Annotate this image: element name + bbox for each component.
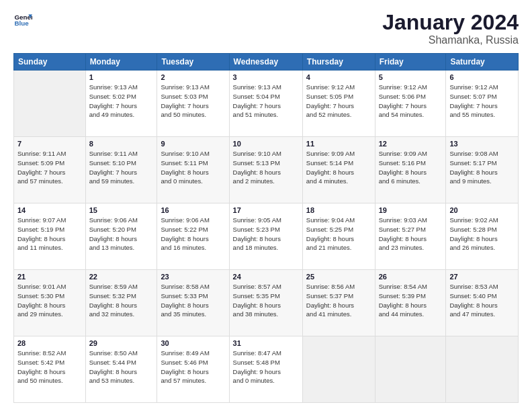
table-row: 16Sunrise: 9:06 AM Sunset: 5:22 PM Dayli… <box>157 203 229 270</box>
table-row: 13Sunrise: 9:08 AM Sunset: 5:17 PM Dayli… <box>446 137 519 203</box>
day-number: 6 <box>449 73 515 81</box>
day-info: Sunrise: 9:12 AM Sunset: 5:06 PM Dayligh… <box>379 83 443 120</box>
header-saturday: Saturday <box>446 54 519 71</box>
day-info: Sunrise: 8:59 AM Sunset: 5:32 PM Dayligh… <box>89 282 154 319</box>
table-row: 7Sunrise: 9:11 AM Sunset: 5:09 PM Daylig… <box>14 137 86 203</box>
calendar-week-row: 1Sunrise: 9:13 AM Sunset: 5:02 PM Daylig… <box>14 71 519 137</box>
page-header: General Blue January 2024 Shamanka, Russ… <box>13 11 519 46</box>
day-number: 16 <box>161 206 225 214</box>
day-info: Sunrise: 9:10 AM Sunset: 5:11 PM Dayligh… <box>161 149 225 186</box>
table-row: 1Sunrise: 9:13 AM Sunset: 5:02 PM Daylig… <box>85 71 157 137</box>
table-row: 26Sunrise: 8:54 AM Sunset: 5:39 PM Dayli… <box>375 270 446 336</box>
table-row: 30Sunrise: 8:49 AM Sunset: 5:46 PM Dayli… <box>157 336 229 403</box>
day-info: Sunrise: 9:03 AM Sunset: 5:27 PM Dayligh… <box>379 216 443 253</box>
calendar-week-row: 14Sunrise: 9:07 AM Sunset: 5:19 PM Dayli… <box>14 203 519 270</box>
table-row <box>375 336 446 403</box>
day-number: 25 <box>306 273 371 281</box>
table-row: 20Sunrise: 9:02 AM Sunset: 5:28 PM Dayli… <box>446 203 519 270</box>
table-row: 14Sunrise: 9:07 AM Sunset: 5:19 PM Dayli… <box>14 203 86 270</box>
day-number: 12 <box>379 140 443 148</box>
table-row: 11Sunrise: 9:09 AM Sunset: 5:14 PM Dayli… <box>302 137 375 203</box>
subtitle: Shamanka, Russia <box>382 34 519 46</box>
day-number: 21 <box>17 273 82 281</box>
day-number: 29 <box>89 339 154 347</box>
day-number: 3 <box>233 73 299 81</box>
day-number: 2 <box>161 73 225 81</box>
table-row: 10Sunrise: 9:10 AM Sunset: 5:13 PM Dayli… <box>229 137 302 203</box>
day-info: Sunrise: 9:13 AM Sunset: 5:03 PM Dayligh… <box>161 83 225 120</box>
day-number: 11 <box>306 140 371 148</box>
day-number: 23 <box>161 273 225 281</box>
table-row: 3Sunrise: 9:13 AM Sunset: 5:04 PM Daylig… <box>229 71 302 137</box>
table-row <box>446 336 519 403</box>
table-row: 25Sunrise: 8:56 AM Sunset: 5:37 PM Dayli… <box>302 270 375 336</box>
main-title: January 2024 <box>382 11 519 34</box>
table-row: 22Sunrise: 8:59 AM Sunset: 5:32 PM Dayli… <box>85 270 157 336</box>
table-row: 4Sunrise: 9:12 AM Sunset: 5:05 PM Daylig… <box>302 71 375 137</box>
day-number: 27 <box>449 273 515 281</box>
logo: General Blue <box>13 11 32 30</box>
day-info: Sunrise: 8:49 AM Sunset: 5:46 PM Dayligh… <box>161 349 225 385</box>
day-number: 14 <box>17 206 82 214</box>
day-info: Sunrise: 8:58 AM Sunset: 5:33 PM Dayligh… <box>161 282 225 319</box>
svg-text:Blue: Blue <box>14 19 29 27</box>
header-tuesday: Tuesday <box>157 54 229 71</box>
calendar-week-row: 7Sunrise: 9:11 AM Sunset: 5:09 PM Daylig… <box>14 137 519 203</box>
table-row: 31Sunrise: 8:47 AM Sunset: 5:48 PM Dayli… <box>229 336 302 403</box>
day-info: Sunrise: 8:47 AM Sunset: 5:48 PM Dayligh… <box>233 349 299 385</box>
day-number: 30 <box>161 339 225 347</box>
day-number: 22 <box>89 273 154 281</box>
table-row: 18Sunrise: 9:04 AM Sunset: 5:25 PM Dayli… <box>302 203 375 270</box>
table-row: 12Sunrise: 9:09 AM Sunset: 5:16 PM Dayli… <box>375 137 446 203</box>
day-info: Sunrise: 8:53 AM Sunset: 5:40 PM Dayligh… <box>449 282 515 319</box>
day-number: 9 <box>161 140 225 148</box>
day-info: Sunrise: 9:12 AM Sunset: 5:05 PM Dayligh… <box>306 83 371 120</box>
header-monday: Monday <box>85 54 157 71</box>
day-info: Sunrise: 9:09 AM Sunset: 5:16 PM Dayligh… <box>379 149 443 186</box>
day-info: Sunrise: 9:08 AM Sunset: 5:17 PM Dayligh… <box>449 149 515 186</box>
day-info: Sunrise: 9:13 AM Sunset: 5:04 PM Dayligh… <box>233 83 299 120</box>
calendar-week-row: 21Sunrise: 9:01 AM Sunset: 5:30 PM Dayli… <box>14 270 519 336</box>
table-row: 19Sunrise: 9:03 AM Sunset: 5:27 PM Dayli… <box>375 203 446 270</box>
calendar-table: Sunday Monday Tuesday Wednesday Thursday… <box>13 53 519 403</box>
header-friday: Friday <box>375 54 446 71</box>
day-number: 8 <box>89 140 154 148</box>
table-row: 2Sunrise: 9:13 AM Sunset: 5:03 PM Daylig… <box>157 71 229 137</box>
day-info: Sunrise: 9:09 AM Sunset: 5:14 PM Dayligh… <box>306 149 371 186</box>
header-sunday: Sunday <box>14 54 86 71</box>
day-number: 7 <box>17 140 82 148</box>
day-info: Sunrise: 9:13 AM Sunset: 5:02 PM Dayligh… <box>89 83 154 120</box>
table-row: 23Sunrise: 8:58 AM Sunset: 5:33 PM Dayli… <box>157 270 229 336</box>
header-thursday: Thursday <box>302 54 375 71</box>
day-info: Sunrise: 9:11 AM Sunset: 5:10 PM Dayligh… <box>89 149 154 186</box>
table-row: 27Sunrise: 8:53 AM Sunset: 5:40 PM Dayli… <box>446 270 519 336</box>
day-number: 24 <box>233 273 299 281</box>
day-number: 10 <box>233 140 299 148</box>
day-info: Sunrise: 9:02 AM Sunset: 5:28 PM Dayligh… <box>449 216 515 253</box>
table-row: 28Sunrise: 8:52 AM Sunset: 5:42 PM Dayli… <box>14 336 86 403</box>
day-number: 19 <box>379 206 443 214</box>
calendar-week-row: 28Sunrise: 8:52 AM Sunset: 5:42 PM Dayli… <box>14 336 519 403</box>
day-info: Sunrise: 8:52 AM Sunset: 5:42 PM Dayligh… <box>17 349 82 385</box>
day-number: 13 <box>449 140 515 148</box>
calendar-header-row: Sunday Monday Tuesday Wednesday Thursday… <box>14 54 519 71</box>
day-info: Sunrise: 8:54 AM Sunset: 5:39 PM Dayligh… <box>379 282 443 319</box>
day-number: 1 <box>89 73 154 81</box>
day-info: Sunrise: 8:56 AM Sunset: 5:37 PM Dayligh… <box>306 282 371 319</box>
day-number: 5 <box>379 73 443 81</box>
title-block: January 2024 Shamanka, Russia <box>382 11 519 46</box>
day-info: Sunrise: 9:10 AM Sunset: 5:13 PM Dayligh… <box>233 149 299 186</box>
day-info: Sunrise: 9:05 AM Sunset: 5:23 PM Dayligh… <box>233 216 299 253</box>
table-row: 24Sunrise: 8:57 AM Sunset: 5:35 PM Dayli… <box>229 270 302 336</box>
day-number: 26 <box>379 273 443 281</box>
day-info: Sunrise: 9:12 AM Sunset: 5:07 PM Dayligh… <box>449 83 515 120</box>
header-wednesday: Wednesday <box>229 54 302 71</box>
day-info: Sunrise: 9:01 AM Sunset: 5:30 PM Dayligh… <box>17 282 82 319</box>
day-info: Sunrise: 8:57 AM Sunset: 5:35 PM Dayligh… <box>233 282 299 319</box>
day-number: 20 <box>449 206 515 214</box>
day-number: 28 <box>17 339 82 347</box>
day-info: Sunrise: 8:50 AM Sunset: 5:44 PM Dayligh… <box>89 349 154 385</box>
table-row: 9Sunrise: 9:10 AM Sunset: 5:11 PM Daylig… <box>157 137 229 203</box>
table-row: 29Sunrise: 8:50 AM Sunset: 5:44 PM Dayli… <box>85 336 157 403</box>
day-info: Sunrise: 9:11 AM Sunset: 5:09 PM Dayligh… <box>17 149 82 186</box>
